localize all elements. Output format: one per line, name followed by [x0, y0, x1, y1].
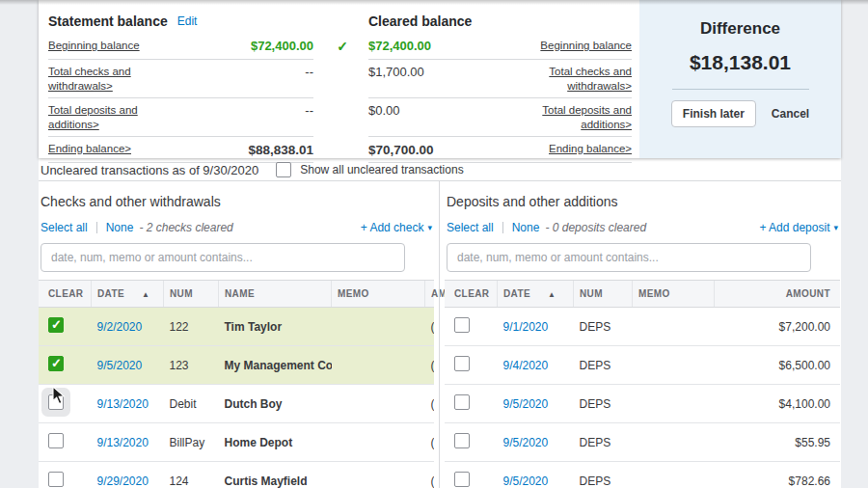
- balance-row-value: $70,700.00: [368, 142, 434, 159]
- transaction-amount: $6,500.00: [715, 346, 841, 385]
- divider: [502, 222, 503, 233]
- balance-row-label[interactable]: Beginning balance: [48, 39, 140, 53]
- column-header-memo: MEMO: [633, 281, 715, 308]
- column-header-date[interactable]: DATE▲: [498, 281, 574, 308]
- cleared-balance-title: Cleared balance: [368, 14, 472, 29]
- deposit-row[interactable]: 9/1/2020 DEPS $7,200.00: [445, 308, 840, 346]
- transaction-num: 122: [164, 308, 219, 346]
- clear-checkbox[interactable]: [48, 317, 64, 333]
- check-row[interactable]: 9/5/2020 123 My Management Company ($550…: [39, 346, 434, 385]
- deposits-none-link[interactable]: None: [512, 221, 540, 234]
- clear-checkbox[interactable]: [454, 356, 470, 371]
- transaction-date-link[interactable]: 9/13/2020: [97, 397, 149, 411]
- transaction-num: 123: [164, 346, 219, 385]
- balance-row: $72,400.00Beginning balance: [368, 34, 632, 60]
- difference-amount: $18,138.01: [690, 51, 791, 74]
- difference-panel: Difference $18,138.01 Finish later Cance…: [639, 0, 841, 158]
- transaction-num: BillPay: [164, 423, 219, 462]
- balance-row: Beginning balance$72,400.00✓: [48, 34, 313, 60]
- reconcile-summary-card: Statement balance Edit Beginning balance…: [39, 0, 841, 158]
- statement-balance-rows: Beginning balance$72,400.00✓Total checks…: [48, 34, 313, 163]
- check-row[interactable]: 9/2/2020 122 Tim Taylor ($1,150.00): [39, 308, 434, 346]
- show-all-uncleared-checkbox[interactable]: [276, 162, 291, 177]
- transaction-date-link[interactable]: 9/13/2020: [97, 436, 149, 449]
- deposit-row[interactable]: 9/5/2020 DEPS $4,100.00: [445, 385, 840, 423]
- balance-row-label[interactable]: Total checks and withdrawals>: [528, 65, 632, 94]
- transaction-date-link[interactable]: 9/5/2020: [97, 359, 143, 372]
- transaction-date-link[interactable]: 9/5/2020: [503, 397, 549, 411]
- difference-actions: Finish later Cancel: [671, 100, 809, 127]
- balance-row: $1,700.00Total checks and withdrawals>: [368, 60, 632, 98]
- balance-row: Total deposits and additions>--: [48, 98, 313, 137]
- balance-row: Ending balance>$88,838.01: [48, 137, 313, 164]
- balance-row-value: $88,838.01: [248, 142, 313, 159]
- balance-row-label[interactable]: Beginning balance: [540, 39, 632, 53]
- transaction-date-link[interactable]: 9/2/2020: [97, 320, 143, 334]
- transaction-memo: [633, 308, 715, 346]
- add-deposit-button[interactable]: + Add deposit ▾: [759, 221, 838, 234]
- clear-checkbox[interactable]: [48, 356, 64, 371]
- transaction-date-link[interactable]: 9/5/2020: [503, 474, 549, 488]
- deposit-row[interactable]: 9/5/2020 DEPS $782.66: [445, 462, 840, 488]
- balance-row: Total checks and withdrawals>--: [48, 60, 313, 98]
- transaction-num: DEPS: [574, 385, 633, 423]
- balance-row-label[interactable]: Total deposits and additions>: [48, 103, 152, 132]
- difference-title: Difference: [700, 19, 780, 39]
- check-row[interactable]: 9/29/2020 124 Curtis Mayfield ($255.84): [39, 462, 434, 488]
- check-row[interactable]: 9/13/2020 Debit Dutch Boy ($75.00): [39, 385, 434, 423]
- cancel-button[interactable]: Cancel: [772, 107, 809, 121]
- checks-none-link[interactable]: None: [106, 221, 134, 234]
- edit-statement-link[interactable]: Edit: [177, 14, 198, 28]
- transaction-name: Tim Taylor: [219, 308, 332, 346]
- statement-balance-title-row: Statement balance Edit: [48, 9, 313, 34]
- clear-checkbox[interactable]: [454, 472, 470, 487]
- deposit-row[interactable]: 9/4/2020 DEPS $6,500.00: [445, 346, 840, 385]
- checks-search-input[interactable]: [41, 243, 405, 272]
- column-header-name: NAME: [219, 281, 332, 308]
- column-header-clear: CLEAR: [445, 281, 498, 308]
- balance-row-label[interactable]: Ending balance>: [48, 142, 131, 156]
- transaction-num: DEPS: [574, 308, 633, 346]
- column-header-clear: CLEAR: [39, 281, 92, 308]
- transaction-amount: ($75.00): [425, 385, 435, 423]
- deposits-panel-title: Deposits and other additions: [447, 194, 840, 211]
- divider: [96, 222, 97, 233]
- clear-checkbox[interactable]: [454, 433, 470, 448]
- check-row[interactable]: 9/13/2020 BillPay Home Depot ($553.21): [39, 423, 434, 462]
- deposits-search-input[interactable]: [447, 243, 811, 272]
- transaction-date-link[interactable]: 9/5/2020: [503, 436, 549, 449]
- transaction-memo: [332, 462, 425, 488]
- balance-row-label[interactable]: Total deposits and additions>: [528, 103, 632, 132]
- transaction-date-link[interactable]: 9/29/2020: [97, 474, 149, 488]
- transaction-memo: [633, 385, 715, 423]
- deposits-select-all-link[interactable]: Select all: [447, 221, 494, 234]
- column-header-date[interactable]: DATE▲: [92, 281, 164, 308]
- balance-row-label[interactable]: Total checks and withdrawals>: [48, 65, 152, 94]
- column-header-num: NUM: [164, 281, 219, 308]
- transaction-name: Curtis Mayfield: [219, 462, 332, 488]
- clear-checkbox[interactable]: [48, 394, 64, 410]
- transaction-num: DEPS: [574, 462, 633, 488]
- cleared-check-icon: ✓: [337, 39, 348, 54]
- add-check-button[interactable]: + Add check ▾: [361, 221, 432, 234]
- balance-row-value: --: [305, 65, 313, 81]
- transaction-date-link[interactable]: 9/1/2020: [503, 320, 549, 334]
- column-header-memo: MEMO: [332, 281, 425, 308]
- clear-checkbox[interactable]: [48, 433, 64, 448]
- checks-select-all-link[interactable]: Select all: [41, 221, 88, 234]
- finish-later-button[interactable]: Finish later: [671, 100, 756, 127]
- uncleared-heading: Uncleared transactions as of 9/30/2020: [41, 163, 258, 177]
- clear-checkbox[interactable]: [48, 472, 64, 487]
- deposit-row[interactable]: 9/5/2020 DEPS $55.95: [445, 423, 840, 462]
- statement-balance-column: Statement balance Edit Beginning balance…: [48, 0, 313, 158]
- balance-row-label[interactable]: Ending balance>: [549, 142, 632, 156]
- balance-row-value: $72,400.00: [251, 39, 313, 55]
- chevron-down-icon: ▾: [833, 223, 838, 232]
- transaction-memo: [332, 385, 425, 423]
- balance-row-value: $1,700.00: [368, 65, 424, 81]
- transaction-memo: [633, 346, 715, 385]
- balance-row-value: $0.00: [368, 103, 400, 120]
- clear-checkbox[interactable]: [454, 394, 470, 410]
- clear-checkbox[interactable]: [454, 317, 470, 333]
- transaction-date-link[interactable]: 9/4/2020: [503, 359, 549, 372]
